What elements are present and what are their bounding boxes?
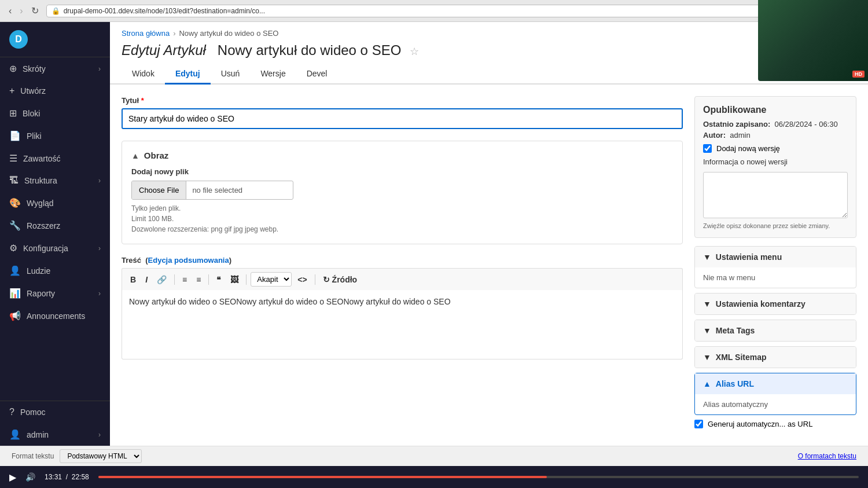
image-section-header[interactable]: ▲ Obraz xyxy=(131,151,673,160)
comments-title: Ustawienia komentarzy xyxy=(716,299,806,309)
star-icon[interactable]: ☆ xyxy=(410,46,419,57)
editor-content: Nowy artykuł do wideo o SEONowy artykuł … xyxy=(129,297,451,306)
content-summary-link[interactable]: Edycja podsumowania xyxy=(148,256,229,265)
play-button[interactable]: ▶ xyxy=(9,472,16,483)
sidebar-item-struktura[interactable]: 🏗 Struktura › xyxy=(0,170,110,192)
progress-bar[interactable] xyxy=(98,476,859,478)
side-column: Opublikowane Ostatnio zapisano: 06/28/20… xyxy=(694,96,856,433)
chevron-icon: › xyxy=(98,177,101,185)
toolbar-code[interactable]: <> xyxy=(294,273,310,286)
sidebar-item-skroty[interactable]: ⊕ Skróty › xyxy=(0,57,110,80)
tab-wersje[interactable]: Wersje xyxy=(250,64,296,85)
toolbar-ul[interactable]: ≡ xyxy=(179,273,190,286)
toolbar-source[interactable]: ↻ Źródło xyxy=(319,273,361,286)
video-overlay: HD xyxy=(758,0,868,81)
volume-button[interactable]: 🔊 xyxy=(25,472,35,482)
sidebar-item-zawartosc[interactable]: ☰ Zawartość xyxy=(0,147,110,170)
nav-buttons: ‹ › ↻ xyxy=(6,4,42,17)
tab-usun[interactable]: Usuń xyxy=(211,64,251,85)
version-hint: Zwięźle opisz dokonane przez siebie zmia… xyxy=(703,222,848,229)
title-input[interactable] xyxy=(122,108,683,129)
sidebar-label-wyglad: Wygląd xyxy=(27,199,54,208)
wyglad-icon: 🎨 xyxy=(9,197,21,208)
reload-button[interactable]: ↻ xyxy=(28,4,42,17)
hint-one-file: Tylko jeden plik. xyxy=(131,203,673,214)
toolbar-ol[interactable]: ≡ xyxy=(193,273,204,286)
last-saved-value: 06/28/2024 - 06:30 xyxy=(775,120,838,129)
generate-url-checkbox[interactable] xyxy=(694,420,703,428)
format-help-link[interactable]: O formatach tekstu xyxy=(798,452,856,460)
new-version-checkbox[interactable] xyxy=(703,144,712,153)
sidebar-label-raporty: Raporty xyxy=(27,289,55,298)
version-textarea[interactable] xyxy=(703,172,848,218)
sidebar-item-bloki[interactable]: ⊞ Bloki xyxy=(0,102,110,124)
konfiguracja-icon: ⚙ xyxy=(9,243,17,254)
toolbar-image[interactable]: 🖼 xyxy=(227,273,242,286)
format-select[interactable]: Podstawowy HTML xyxy=(60,449,142,463)
page-wrapper: Strona główna › Nowy artykuł do wideo o … xyxy=(110,22,868,446)
breadcrumb: Strona główna › Nowy artykuł do wideo o … xyxy=(110,22,868,38)
tab-devel[interactable]: Devel xyxy=(296,64,338,85)
paragraph-select[interactable]: Akapit xyxy=(251,272,292,287)
pliki-icon: 📄 xyxy=(9,130,21,141)
admin-icon: 👤 xyxy=(9,429,21,440)
file-hints: Tylko jeden plik. Limit 100 MB. Dozwolon… xyxy=(131,203,673,234)
hint-extensions: Dozwolone rozszerzenia: png gif jpg jpeg… xyxy=(131,224,673,234)
two-col-layout: Tytuł * ▲ Obraz Dodaj nowy plik xyxy=(110,85,868,445)
xml-section-header[interactable]: ▼ XML Sitemap xyxy=(695,347,856,368)
chevron-icon: › xyxy=(98,244,101,252)
sidebar-label-admin: admin xyxy=(27,430,49,439)
menu-section-header[interactable]: ▼ Ustawienia menu xyxy=(695,247,856,267)
menu-title: Ustawienia menu xyxy=(716,252,782,262)
sidebar-item-utworz[interactable]: + Utwórz xyxy=(0,80,110,102)
breadcrumb-separator: › xyxy=(173,29,175,38)
address-text: drupal-demo-001.ddev.site/node/103/edit?… xyxy=(64,7,778,15)
menu-collapse-icon: ▼ xyxy=(703,252,711,262)
struktura-icon: 🏗 xyxy=(9,175,19,186)
sidebar-item-raporty[interactable]: 📊 Raporty › xyxy=(0,282,110,304)
sidebar-item-announcements[interactable]: 📢 Announcements xyxy=(0,304,110,327)
back-button[interactable]: ‹ xyxy=(6,4,14,17)
tabs: Widok Edytuj Usuń Wersje Devel xyxy=(110,58,868,85)
page-title-prefix: Edytuj Artykuł xyxy=(122,42,206,58)
toolbar-bold[interactable]: B xyxy=(127,273,139,286)
sidebar-item-pomoc[interactable]: ? Pomoc xyxy=(0,401,110,423)
status-box: Opublikowane Ostatnio zapisano: 06/28/20… xyxy=(694,96,856,238)
comments-collapse-icon: ▼ xyxy=(703,299,711,309)
video-person xyxy=(758,0,868,81)
address-bar[interactable]: 🔒 drupal-demo-001.ddev.site/node/103/edi… xyxy=(46,5,783,17)
alias-section-header[interactable]: ▲ Alias URL xyxy=(695,373,856,394)
alias-body: Alias automatyczny xyxy=(695,394,856,414)
comments-section-header[interactable]: ▼ Ustawienia komentarzy xyxy=(695,293,856,314)
toolbar-separator xyxy=(174,274,175,285)
toolbar-link[interactable]: 🔗 xyxy=(153,273,170,286)
forward-button[interactable]: › xyxy=(17,4,25,17)
meta-title: Meta Tags xyxy=(716,326,755,335)
sidebar-item-ludzie[interactable]: 👤 Ludzie xyxy=(0,259,110,282)
version-info-label: Informacja o nowej wersji xyxy=(703,157,848,166)
editor-body[interactable]: Nowy artykuł do wideo o SEONowy artykuł … xyxy=(122,290,683,359)
sidebar-item-wyglad[interactable]: 🎨 Wygląd xyxy=(0,192,110,214)
toolbar-italic[interactable]: I xyxy=(142,273,151,286)
sidebar-item-rozszerz[interactable]: 🔧 Rozszerz xyxy=(0,214,110,237)
format-label-group: Format tekstu Podstawowy HTML xyxy=(12,449,142,463)
utworz-icon: + xyxy=(9,86,14,96)
sidebar-item-admin[interactable]: 👤 admin › xyxy=(0,423,110,446)
sidebar-item-konfiguracja[interactable]: ⚙ Konfiguracja › xyxy=(0,237,110,259)
toolbar-separator4 xyxy=(315,274,315,285)
image-section: ▲ Obraz Dodaj nowy plik Choose File no f… xyxy=(122,141,683,244)
tab-edytuj[interactable]: Edytuj xyxy=(165,64,211,85)
sidebar-item-pliki[interactable]: 📄 Pliki xyxy=(0,124,110,147)
lock-icon: 🔒 xyxy=(52,7,60,15)
title-label: Tytuł * xyxy=(122,96,683,105)
meta-section-header[interactable]: ▼ Meta Tags xyxy=(695,320,856,341)
choose-file-button[interactable]: Choose File xyxy=(132,181,186,199)
tab-widok[interactable]: Widok xyxy=(122,64,165,85)
new-version-row: Dodaj nową wersję xyxy=(703,144,848,153)
page-title: Edytuj Artykuł Nowy artykuł do wideo o S… xyxy=(110,38,868,58)
toolbar-blockquote[interactable]: ❝ xyxy=(213,273,225,286)
sidebar-label-announcements: Announcements xyxy=(27,311,85,321)
content-label: Treść (Edycja podsumowania) xyxy=(122,256,683,265)
last-saved: Ostatnio zapisano: 06/28/2024 - 06:30 xyxy=(703,120,848,129)
breadcrumb-home[interactable]: Strona główna xyxy=(122,29,170,38)
